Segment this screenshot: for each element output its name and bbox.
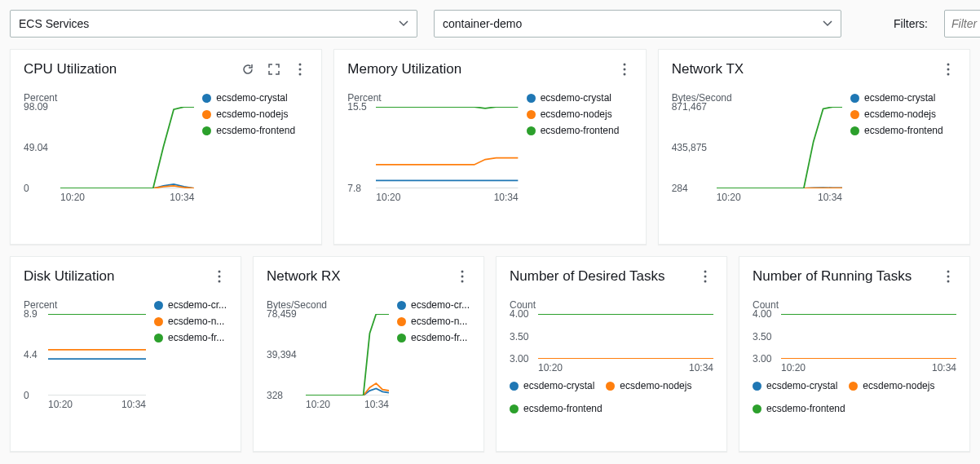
- swatch-icon: [202, 110, 211, 119]
- card-title: Network TX: [672, 61, 744, 77]
- resource-value: container-demo: [443, 17, 522, 30]
- chevron-down-icon: [823, 19, 832, 29]
- svg-point-24: [947, 271, 950, 273]
- svg-point-0: [299, 64, 302, 66]
- refresh-icon[interactable]: [240, 61, 256, 77]
- card-desired-tasks: Number of Desired Tasks Count 4.003.503.…: [496, 256, 727, 452]
- card-network-rx: Network RX Bytes/Second 78,45939,394328 …: [253, 256, 484, 452]
- kebab-icon[interactable]: [940, 268, 956, 285]
- card-disk-utilization: Disk Utilization Percent 8.94.40 10:20 1…: [10, 256, 241, 452]
- filter-bar: ECS Services container-demo Filters:: [10, 10, 970, 38]
- legend: ecsdemo-crystal ecsdemo-nodejs ecsdemo-f…: [202, 92, 308, 234]
- kebab-icon[interactable]: [616, 61, 633, 77]
- x-end: 10:34: [170, 192, 194, 203]
- legend: ecsdemo-crystal ecsdemo-nodejs ecsdemo-f…: [753, 380, 956, 414]
- card-cpu-utilization: CPU Utilization Percent 98.0949.040 10:2…: [10, 49, 322, 245]
- chart-area: Percent 98.0949.040 10:20 10:34: [24, 92, 194, 234]
- resource-select[interactable]: container-demo: [434, 10, 841, 38]
- row-2: Disk Utilization Percent 8.94.40 10:20 1…: [10, 256, 970, 452]
- svg-point-5: [623, 68, 625, 71]
- card-title: Memory Utilization: [347, 61, 461, 77]
- kebab-icon[interactable]: [292, 61, 308, 77]
- row-1: CPU Utilization Percent 98.0949.040 10:2…: [10, 49, 970, 245]
- legend: ecsdemo-crystal ecsdemo-nodejs ecsdemo-f…: [527, 92, 633, 234]
- kebab-icon[interactable]: [211, 268, 227, 285]
- unit-label: Percent: [347, 92, 518, 104]
- svg-point-8: [947, 64, 949, 66]
- svg-point-9: [947, 68, 949, 71]
- resource-type-value: ECS Services: [19, 17, 89, 30]
- kebab-icon[interactable]: [940, 61, 956, 77]
- svg-point-12: [219, 271, 221, 273]
- svg-point-21: [704, 276, 707, 278]
- svg-point-10: [947, 73, 949, 76]
- filters-label: Filters:: [894, 17, 928, 30]
- legend: ecsdemo-crystal ecsdemo-nodejs ecsdemo-f…: [510, 380, 713, 414]
- kebab-icon[interactable]: [697, 268, 713, 285]
- card-actions: [240, 61, 308, 77]
- card-title: CPU Utilization: [24, 61, 117, 77]
- card-memory-utilization: Memory Utilization Percent 15.57.8 10:20…: [333, 49, 646, 245]
- card-running-tasks: Number of Running Tasks Count 4.003.503.…: [739, 256, 970, 452]
- svg-point-26: [947, 281, 950, 283]
- svg-point-16: [461, 271, 464, 273]
- svg-point-2: [299, 73, 302, 76]
- svg-point-22: [704, 281, 707, 283]
- expand-icon[interactable]: [266, 61, 282, 77]
- legend-item: ecsdemo-frontend: [202, 125, 308, 136]
- legend: ecsdemo-cr... ecsdemo-n... ecsdemo-fr...: [397, 299, 470, 441]
- kebab-icon[interactable]: [454, 268, 470, 285]
- svg-point-1: [299, 68, 302, 71]
- legend: ecsdemo-crystal ecsdemo-nodejs ecsdemo-f…: [850, 92, 956, 234]
- chevron-down-icon: [399, 19, 408, 29]
- swatch-icon: [202, 126, 211, 135]
- resource-type-select[interactable]: ECS Services: [10, 10, 417, 38]
- card-network-tx: Network TX Bytes/Second 871,467435,87528…: [658, 49, 970, 245]
- legend: ecsdemo-cr... ecsdemo-n... ecsdemo-fr...: [154, 299, 227, 441]
- legend-item: ecsdemo-crystal: [202, 92, 308, 104]
- filters-input[interactable]: [944, 10, 980, 38]
- svg-point-6: [623, 73, 625, 76]
- x-start: 10:20: [60, 192, 85, 203]
- svg-point-20: [704, 271, 707, 273]
- svg-point-17: [461, 276, 464, 278]
- svg-point-14: [219, 281, 221, 283]
- svg-point-25: [947, 276, 950, 278]
- svg-point-4: [623, 64, 625, 66]
- swatch-icon: [202, 94, 211, 103]
- legend-item: ecsdemo-nodejs: [202, 108, 308, 120]
- unit-label: Percent: [24, 92, 194, 104]
- svg-point-13: [219, 276, 221, 278]
- svg-point-18: [461, 281, 464, 283]
